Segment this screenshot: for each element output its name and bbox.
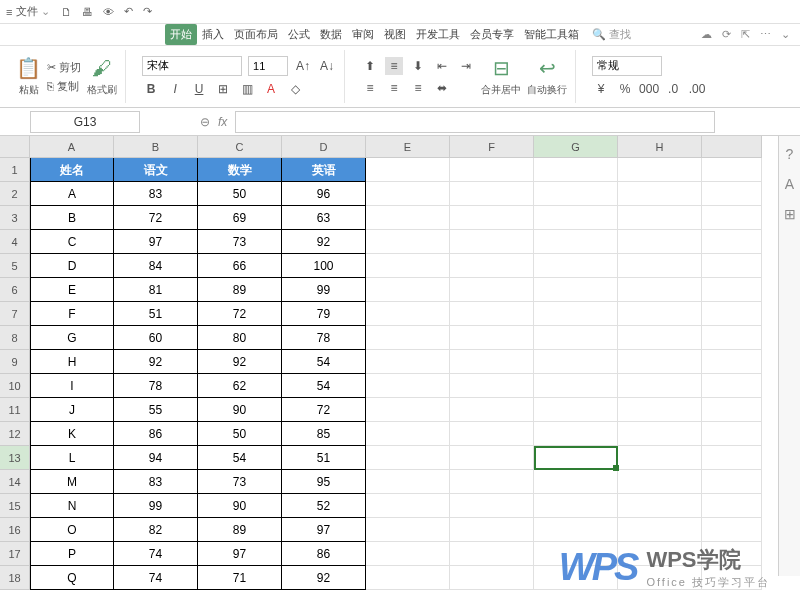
cell[interactable]: 79 [282, 302, 366, 326]
cell[interactable] [618, 494, 702, 518]
cut-button[interactable]: ✂ 剪切 [47, 60, 81, 75]
row-header-5[interactable]: 5 [0, 254, 30, 278]
merge-center-button[interactable]: ⊟ 合并居中 [481, 56, 521, 97]
cell[interactable] [702, 230, 762, 254]
cell[interactable]: L [30, 446, 114, 470]
cell[interactable] [702, 326, 762, 350]
underline-icon[interactable]: U [190, 80, 208, 98]
cell[interactable] [366, 230, 450, 254]
cell[interactable] [702, 182, 762, 206]
cell[interactable] [366, 326, 450, 350]
row-header-9[interactable]: 9 [0, 350, 30, 374]
undo-icon[interactable]: ↶ [124, 5, 133, 18]
row-header-7[interactable]: 7 [0, 302, 30, 326]
align-right-icon[interactable]: ≡ [409, 79, 427, 97]
cell[interactable] [450, 350, 534, 374]
cell[interactable]: H [30, 350, 114, 374]
font-color-icon[interactable]: A [262, 80, 280, 98]
cell[interactable] [534, 158, 618, 182]
cell[interactable] [366, 398, 450, 422]
row-header-10[interactable]: 10 [0, 374, 30, 398]
cell[interactable] [534, 182, 618, 206]
formula-input[interactable] [235, 111, 715, 133]
cell[interactable]: 83 [114, 182, 198, 206]
col-header-G[interactable]: G [534, 136, 618, 158]
more-icon[interactable]: ⋯ [760, 28, 771, 41]
cell[interactable]: 84 [114, 254, 198, 278]
row-header-12[interactable]: 12 [0, 422, 30, 446]
align-center-icon[interactable]: ≡ [385, 79, 403, 97]
cell[interactable]: 92 [198, 350, 282, 374]
cell[interactable]: 78 [282, 326, 366, 350]
cell[interactable]: 54 [198, 446, 282, 470]
cell[interactable]: 60 [114, 326, 198, 350]
chevron-down-icon[interactable]: ⌄ [781, 28, 790, 41]
cell[interactable]: 78 [114, 374, 198, 398]
cell[interactable] [618, 302, 702, 326]
cloud-icon[interactable]: ☁ [701, 28, 712, 41]
col-header-A[interactable]: A [30, 136, 114, 158]
cell[interactable] [702, 278, 762, 302]
cell[interactable]: 82 [114, 518, 198, 542]
cell[interactable] [366, 446, 450, 470]
cell[interactable] [618, 446, 702, 470]
cell[interactable]: 52 [282, 494, 366, 518]
increase-font-icon[interactable]: A↑ [294, 57, 312, 75]
cell[interactable]: 81 [114, 278, 198, 302]
cell[interactable]: 74 [114, 566, 198, 590]
cell[interactable] [618, 206, 702, 230]
cell[interactable]: 97 [114, 230, 198, 254]
row-header-13[interactable]: 13 [0, 446, 30, 470]
cell[interactable]: 100 [282, 254, 366, 278]
cell[interactable]: 85 [282, 422, 366, 446]
cell[interactable]: 54 [282, 374, 366, 398]
sync-icon[interactable]: ⟳ [722, 28, 731, 41]
row-header-15[interactable]: 15 [0, 494, 30, 518]
cell[interactable] [366, 302, 450, 326]
redo-icon[interactable]: ↷ [143, 5, 152, 18]
tab-page-layout[interactable]: 页面布局 [229, 24, 283, 45]
cell[interactable] [450, 566, 534, 590]
decrease-font-icon[interactable]: A↓ [318, 57, 336, 75]
cell[interactable] [534, 206, 618, 230]
cell[interactable]: 97 [282, 518, 366, 542]
cell[interactable]: E [30, 278, 114, 302]
cell[interactable]: 语文 [114, 158, 198, 182]
col-header-C[interactable]: C [198, 136, 282, 158]
file-menu[interactable]: 文件 [16, 4, 38, 19]
cell[interactable] [450, 470, 534, 494]
cell[interactable] [366, 374, 450, 398]
cell[interactable]: 96 [282, 182, 366, 206]
cell[interactable] [702, 374, 762, 398]
cell[interactable]: 97 [198, 542, 282, 566]
cell[interactable]: 95 [282, 470, 366, 494]
properties-icon[interactable]: ⊞ [784, 206, 796, 222]
cell[interactable]: 69 [198, 206, 282, 230]
cell[interactable] [366, 470, 450, 494]
cell[interactable] [366, 254, 450, 278]
cell[interactable]: C [30, 230, 114, 254]
decrease-decimal-icon[interactable]: .0 [664, 80, 682, 98]
fx-icon[interactable]: fx [218, 115, 227, 129]
cell[interactable] [702, 446, 762, 470]
style-icon[interactable]: A [785, 176, 794, 192]
row-header-2[interactable]: 2 [0, 182, 30, 206]
cell[interactable] [702, 350, 762, 374]
cell[interactable] [702, 470, 762, 494]
share-icon[interactable]: ⇱ [741, 28, 750, 41]
cell[interactable] [618, 398, 702, 422]
cell[interactable] [534, 398, 618, 422]
cell[interactable] [534, 230, 618, 254]
cell[interactable] [702, 422, 762, 446]
cell[interactable] [534, 278, 618, 302]
cell[interactable]: 80 [198, 326, 282, 350]
cell[interactable]: 83 [114, 470, 198, 494]
cell[interactable] [618, 182, 702, 206]
cell[interactable]: 99 [114, 494, 198, 518]
cell[interactable] [534, 422, 618, 446]
cell[interactable]: 94 [114, 446, 198, 470]
cell[interactable]: P [30, 542, 114, 566]
row-header-14[interactable]: 14 [0, 470, 30, 494]
row-header-16[interactable]: 16 [0, 518, 30, 542]
print-icon[interactable]: 🖶 [82, 6, 93, 18]
